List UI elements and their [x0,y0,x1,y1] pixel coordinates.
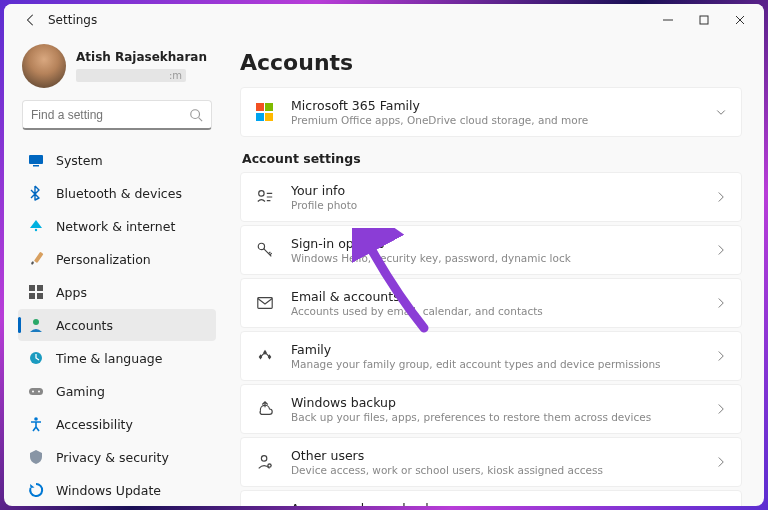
section-head-account-settings: Account settings [242,151,742,166]
chevron-down-icon [715,103,727,122]
privacy-icon [28,449,44,465]
nav-item-personalization[interactable]: Personalization [18,243,216,275]
nav-list: SystemBluetooth & devicesNetwork & inter… [18,144,216,506]
search-icon [189,108,203,122]
family-icon [255,346,275,366]
profile-email: :m [76,69,186,82]
accounts-icon [28,317,44,333]
window-title: Settings [48,13,97,27]
svg-point-18 [259,191,264,196]
time-icon [28,350,44,366]
card-subtitle: Manage your family group, edit account t… [291,358,715,370]
svg-rect-7 [34,252,44,263]
card-subtitle: Windows Hello, security key, password, d… [291,252,715,264]
svg-point-17 [34,417,38,421]
svg-rect-11 [37,293,43,299]
card-microsoft-365[interactable]: Microsoft 365 Family Premium Office apps… [240,87,742,137]
page-title: Accounts [240,50,742,75]
nav-label: Accounts [56,318,113,333]
sidebar: Atish Rajasekharan :m SystemBluetooth & … [4,36,222,506]
search-input[interactable] [31,108,189,122]
nav-label: Gaming [56,384,105,399]
chevron-right-icon [715,188,727,207]
update-icon [28,482,44,498]
svg-rect-10 [29,293,35,299]
chevron-right-icon [715,506,727,507]
card-title: Sign-in options [291,236,715,251]
nav-item-gaming[interactable]: Gaming [18,375,216,407]
svg-point-2 [191,109,200,118]
card-backup[interactable]: Windows backupBack up your files, apps, … [240,384,742,434]
chevron-right-icon [715,294,727,313]
svg-rect-5 [33,165,39,167]
system-icon [28,152,44,168]
key-icon [255,240,275,260]
chevron-right-icon [715,453,727,472]
card-key[interactable]: Sign-in optionsWindows Hello, security k… [240,225,742,275]
work-icon [255,505,275,506]
card-family[interactable]: FamilyManage your family group, edit acc… [240,331,742,381]
nav-item-bluetooth[interactable]: Bluetooth & devices [18,177,216,209]
profile-block[interactable]: Atish Rajasekharan :m [22,44,212,88]
search-box[interactable] [22,100,212,130]
svg-rect-14 [29,388,43,395]
card-work[interactable]: Access work or schoolOrganization resour… [240,490,742,506]
nav-item-apps[interactable]: Apps [18,276,216,308]
card-title: Family [291,342,715,357]
chevron-right-icon [715,241,727,260]
settings-window: Settings Atish Rajasekharan :m SystemBlu… [4,4,764,506]
nav-label: System [56,153,103,168]
svg-rect-23 [258,298,272,309]
chevron-right-icon [715,347,727,366]
svg-point-12 [33,319,39,325]
svg-rect-1 [700,16,708,24]
nav-label: Personalization [56,252,151,267]
mail-icon [255,293,275,313]
card-subtitle: Accounts used by email, calendar, and co… [291,305,715,317]
svg-point-24 [261,456,266,461]
nav-item-network[interactable]: Network & internet [18,210,216,242]
network-icon [28,218,44,234]
other-users-icon [255,452,275,472]
nav-label: Network & internet [56,219,175,234]
main-pane: Accounts Microsoft 365 Family Premium Of… [222,36,764,506]
nav-item-update[interactable]: Windows Update [18,474,216,506]
card-subtitle: Device access, work or school users, kio… [291,464,715,476]
nav-item-time[interactable]: Time & language [18,342,216,374]
card-title: Microsoft 365 Family [291,98,715,113]
card-mail[interactable]: Email & accountsAccounts used by email, … [240,278,742,328]
user-info-icon [255,187,275,207]
card-subtitle: Back up your files, apps, preferences to… [291,411,715,423]
card-title: Other users [291,448,715,463]
minimize-button[interactable] [650,6,686,34]
back-button[interactable] [22,11,40,29]
svg-rect-4 [29,155,43,164]
nav-item-system[interactable]: System [18,144,216,176]
nav-item-privacy[interactable]: Privacy & security [18,441,216,473]
svg-rect-9 [37,285,43,291]
nav-label: Accessibility [56,417,133,432]
accessibility-icon [28,416,44,432]
nav-item-accounts[interactable]: Accounts [18,309,216,341]
gaming-icon [28,383,44,399]
bluetooth-icon [28,185,44,201]
nav-label: Time & language [56,351,162,366]
window-controls [650,6,758,34]
backup-icon [255,399,275,419]
avatar [22,44,66,88]
chevron-right-icon [715,400,727,419]
microsoft-365-icon [255,102,275,122]
card-title: Windows backup [291,395,715,410]
svg-rect-8 [29,285,35,291]
titlebar: Settings [4,4,764,36]
close-button[interactable] [722,6,758,34]
card-user-info[interactable]: Your infoProfile photo [240,172,742,222]
personalization-icon [28,251,44,267]
card-other-users[interactable]: Other usersDevice access, work or school… [240,437,742,487]
maximize-button[interactable] [686,6,722,34]
nav-label: Bluetooth & devices [56,186,182,201]
profile-name: Atish Rajasekharan [76,50,207,64]
svg-point-6 [35,229,37,231]
apps-icon [28,284,44,300]
nav-item-accessibility[interactable]: Accessibility [18,408,216,440]
